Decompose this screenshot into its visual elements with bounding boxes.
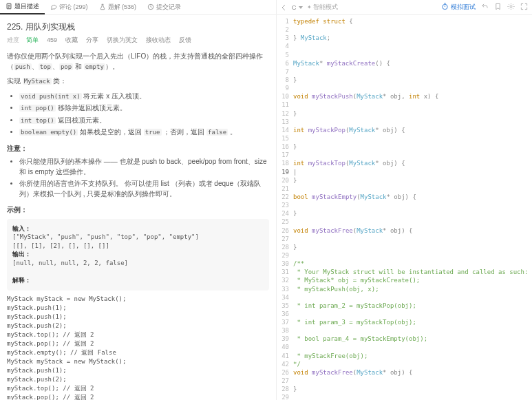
editor-line[interactable]: 30/** bbox=[277, 260, 532, 268]
editor-line[interactable]: 7 bbox=[277, 67, 532, 76]
svg-point-7 bbox=[510, 6, 512, 8]
line-number: 42 bbox=[277, 360, 293, 368]
line-number: 18 bbox=[277, 159, 293, 167]
mock-interview-button[interactable]: 模拟面试 bbox=[441, 3, 476, 12]
editor-line[interactable]: 11 bbox=[277, 101, 532, 109]
editor-line[interactable]: 16} bbox=[277, 143, 532, 151]
language-select[interactable]: C bbox=[292, 4, 303, 11]
line-number: 22 bbox=[277, 193, 293, 201]
editor-line[interactable]: 26void myStackFree(MyStack* obj) { bbox=[277, 368, 532, 377]
editor-line[interactable]: 37 * int param_3 = myStackTop(obj); bbox=[277, 318, 532, 326]
editor-line[interactable]: 9 bbox=[277, 84, 532, 92]
tab-label: 题目描述 bbox=[14, 2, 39, 11]
editor-line[interactable]: 38 bbox=[277, 326, 532, 335]
line-text: void myStackFree(MyStack* obj) { bbox=[293, 368, 412, 377]
line-text: } bbox=[293, 243, 297, 251]
problem-meta: 难度 简单 459 收藏分享切换为英文接收动态反馈 bbox=[7, 36, 269, 45]
line-number: 33 bbox=[277, 285, 293, 293]
editor-line[interactable]: 39 * bool param_4 = myStackEmpty(obj); bbox=[277, 335, 532, 343]
editor-line[interactable]: 25 bbox=[277, 218, 532, 226]
editor-line[interactable]: 28} bbox=[277, 243, 532, 251]
tab-label: 题解 (536) bbox=[108, 3, 137, 12]
line-number: 26 bbox=[277, 227, 293, 235]
editor-line[interactable]: 41 * myStackFree(obj); bbox=[277, 352, 532, 360]
description-body[interactable]: 225. 用队列实现栈 难度 简单 459 收藏分享切换为英文接收动态反馈 请你… bbox=[0, 15, 276, 400]
editor-line[interactable]: 6MyStack* myStackCreate() { bbox=[277, 59, 532, 67]
notice-item: 你所使用的语言也许不支持队列。 你可以使用 list （列表）或者 deque（… bbox=[19, 178, 269, 199]
meta-action[interactable]: 反馈 bbox=[178, 36, 191, 45]
code-editor[interactable]: 1typedef struct {23} MyStack;456MyStack*… bbox=[277, 15, 532, 400]
editor-line[interactable]: 20} bbox=[277, 176, 532, 185]
editor-line[interactable]: 18int myStackTop(MyStack* obj) { bbox=[277, 159, 532, 167]
line-text: * MyStack* obj = myStackCreate(); bbox=[293, 276, 420, 284]
editor-line[interactable]: 35 * int param_2 = myStackPop(obj); bbox=[277, 302, 532, 310]
bookmark-icon[interactable] bbox=[494, 3, 502, 12]
tab-chat[interactable]: 评论 (299) bbox=[45, 0, 94, 14]
back-icon[interactable] bbox=[281, 4, 288, 11]
editor-line[interactable]: 28} bbox=[277, 385, 532, 393]
line-text: typedef struct { bbox=[293, 17, 353, 25]
meta-action[interactable]: 分享 bbox=[85, 36, 98, 45]
editor-line[interactable]: 3} MyStack; bbox=[277, 34, 532, 42]
editor-line[interactable]: 27 bbox=[277, 235, 532, 243]
undo-icon[interactable] bbox=[481, 3, 489, 12]
timer-icon bbox=[441, 3, 449, 12]
editor-line[interactable]: 1typedef struct { bbox=[277, 17, 532, 25]
editor-line[interactable]: 42*/ bbox=[277, 360, 532, 368]
editor-line[interactable]: 17 bbox=[277, 151, 532, 159]
chat-icon bbox=[50, 3, 57, 12]
line-number: 3 bbox=[277, 34, 293, 42]
tab-doc[interactable]: 题目描述 bbox=[0, 0, 45, 14]
editor-line[interactable]: 19| bbox=[277, 168, 532, 176]
editor-line[interactable]: 32 * MyStack* obj = myStackCreate(); bbox=[277, 276, 532, 284]
tab-flask[interactable]: 题解 (536) bbox=[94, 0, 142, 14]
editor-line[interactable]: 2 bbox=[277, 25, 532, 34]
editor-line[interactable]: 14int myStackPop(MyStack* obj) { bbox=[277, 126, 532, 134]
editor-line[interactable]: 5 bbox=[277, 51, 532, 59]
editor-line[interactable]: 8} bbox=[277, 76, 532, 84]
editor-line[interactable]: 26void myStackFree(MyStack* obj) { bbox=[277, 227, 532, 235]
like-button[interactable]: 459 bbox=[45, 36, 57, 45]
tab-clock[interactable]: 提交记录 bbox=[142, 0, 187, 14]
autocomplete-toggle[interactable]: ✦ 智能模式 bbox=[307, 3, 339, 12]
problem-title: 225. 用队列实现栈 bbox=[7, 21, 269, 33]
meta-action[interactable]: 收藏 bbox=[64, 36, 78, 45]
line-text: * Your MyStack struct will be instantiat… bbox=[293, 268, 528, 276]
editor-line[interactable]: 4 bbox=[277, 42, 532, 50]
editor-line[interactable]: 24} bbox=[277, 209, 532, 218]
editor-line[interactable]: 22bool myStackEmpty(MyStack* obj) { bbox=[277, 193, 532, 201]
editor-line[interactable]: 21 bbox=[277, 185, 532, 193]
line-number: 4 bbox=[277, 42, 293, 50]
fullscreen-icon[interactable] bbox=[520, 3, 528, 12]
line-number: 17 bbox=[277, 151, 293, 159]
editor-line[interactable]: 29 bbox=[277, 251, 532, 260]
meta-action[interactable]: 接收动态 bbox=[145, 36, 171, 45]
line-number: 11 bbox=[277, 101, 293, 109]
editor-line[interactable]: 12} bbox=[277, 109, 532, 118]
line-number: 6 bbox=[277, 59, 293, 67]
line-number: 19 bbox=[277, 168, 293, 176]
editor-line[interactable]: 23 bbox=[277, 201, 532, 209]
line-text: * myStackFree(obj); bbox=[293, 352, 368, 360]
notice-list: 你只能使用队列的基本操作 —— 也就是 push to back、peek/po… bbox=[19, 156, 269, 199]
line-number: 37 bbox=[277, 318, 293, 326]
editor-line[interactable]: 33 * myStackPush(obj, x); bbox=[277, 285, 532, 293]
editor-line[interactable]: 40 bbox=[277, 343, 532, 351]
tab-label: 提交记录 bbox=[156, 3, 181, 12]
line-number: 24 bbox=[277, 209, 293, 218]
meta-action[interactable]: 切换为英文 bbox=[105, 36, 138, 45]
line-text bbox=[293, 310, 297, 318]
editor-line[interactable]: 29 bbox=[277, 393, 532, 400]
language-label: C bbox=[292, 4, 297, 11]
editor-line[interactable]: 10void myStackPush(MyStack* obj, int x) … bbox=[277, 92, 532, 101]
line-text: void myStackPush(MyStack* obj, int x) { bbox=[293, 92, 438, 101]
editor-line[interactable]: 13 bbox=[277, 118, 532, 126]
editor-line[interactable]: 31 * Your MyStack struct will be instant… bbox=[277, 268, 532, 276]
editor-line[interactable]: 27 bbox=[277, 377, 532, 385]
editor-line[interactable]: 36 bbox=[277, 310, 532, 318]
line-text: /** bbox=[293, 260, 304, 268]
line-number: 28 bbox=[277, 243, 293, 251]
editor-line[interactable]: 34 bbox=[277, 293, 532, 302]
settings-icon[interactable] bbox=[507, 3, 515, 12]
editor-line[interactable]: 15 bbox=[277, 134, 532, 143]
